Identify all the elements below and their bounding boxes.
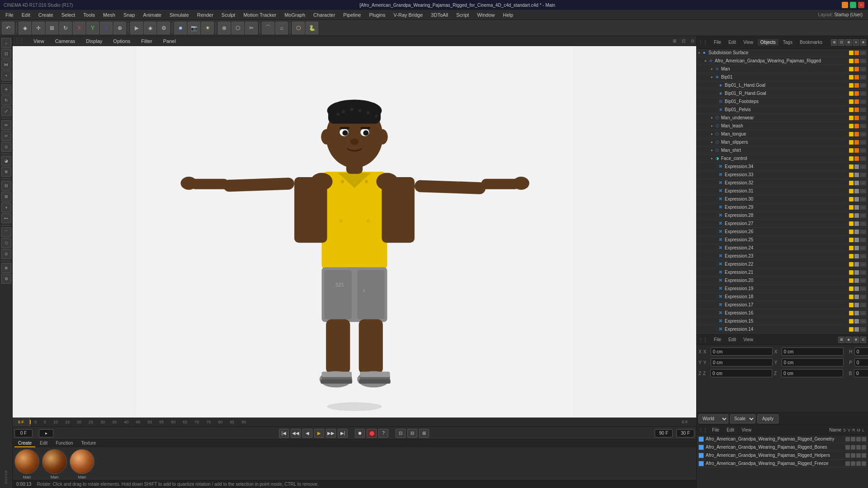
menu-render[interactable]: Render [193,11,217,19]
tree-dot-tag-30[interactable]: ⋯ [860,295,866,299]
tree-dot-vis-15[interactable] [849,173,854,177]
tree-item-27[interactable]: ⌘Expression.21⋯ [697,268,868,277]
tree-dot-lock-2[interactable] [854,67,859,71]
tree-item-4[interactable]: ◈Bip01_L_Hand.Goal⋯ [697,81,868,89]
tree-dot-lock-26[interactable] [854,262,859,267]
tree-dot-lock-24[interactable] [854,246,859,250]
tree-item-23[interactable]: ⌘Expression.25⋯ [697,236,868,244]
tree-expand-3[interactable]: ▸ [711,75,713,79]
spline-button[interactable]: ⌒ [262,22,274,34]
tree-dot-tag-26[interactable]: ⋯ [860,262,866,267]
light-button[interactable]: ☀ [201,22,214,34]
viewport-menu-filter[interactable]: Filter [137,38,156,45]
scale-button[interactable]: ⊞ [46,22,58,34]
tree-dot-lock-8[interactable] [854,116,859,120]
tree-dot-vis-19[interactable] [849,205,854,210]
om-tab-bookmarks[interactable]: Bookmarks [797,39,825,46]
tree-dot-lock-17[interactable] [854,189,859,193]
tree-item-24[interactable]: ⌘Expression.24⋯ [697,244,868,252]
tree-dot-tag-17[interactable]: ⋯ [860,189,866,193]
move-button[interactable]: ✛ [32,22,45,34]
rotate-button[interactable]: ↻ [59,22,72,34]
render-settings-button[interactable]: ⚙ [157,22,170,34]
tree-item-25[interactable]: ⌘Expression.23⋯ [697,252,868,260]
tree-expand-13[interactable]: ▸ [711,156,713,160]
scale-select[interactable]: Scale Size [730,414,755,423]
scale-tool[interactable]: ⤢ [1,106,11,116]
tree-dot-vis-8[interactable] [849,116,854,120]
tree-item-11[interactable]: ▸⬡Man_slippers⋯ [697,138,868,146]
deformer-button[interactable]: ⌂ [275,22,288,34]
tree-dot-vis-23[interactable] [849,238,854,242]
tree-dot-tag-27[interactable]: ⋯ [860,270,866,275]
attr-tab-view[interactable]: View [741,336,756,343]
tree-item-14[interactable]: ⌘Expression.34⋯ [697,163,868,171]
tree-dot-lock-29[interactable] [854,286,859,291]
material-swatch-0[interactable] [14,449,39,474]
tree-item-20[interactable]: ⌘Expression.28⋯ [697,211,868,220]
tree-dot-vis-5[interactable] [849,91,854,96]
tree-dot-vis-1[interactable] [849,59,854,63]
tree-dot-vis-16[interactable] [849,181,854,185]
magnet-tool[interactable]: ⊙ [1,142,11,152]
tree-dot-tag-10[interactable]: ⋯ [860,132,866,136]
tree-dot-vis-25[interactable] [849,254,854,258]
attr-icon-1[interactable]: ⊞ [838,337,844,343]
tree-dot-lock-7[interactable] [854,108,859,112]
tree-item-19[interactable]: ⌘Expression.29⋯ [697,203,868,211]
tree-item-33[interactable]: ⌘Expression.15⋯ [697,317,868,325]
attr-icon-2[interactable]: ◈ [845,337,852,343]
tree-dot-vis-2[interactable] [849,67,854,71]
world-select[interactable]: World Object Camera [698,414,728,423]
om-icon-4[interactable]: ⋄ [853,39,859,46]
tree-dot-tag-11[interactable]: ⋯ [860,140,866,145]
om-icon-1[interactable]: ⊞ [831,39,837,46]
tree-item-31[interactable]: ⌘Expression.17⋯ [697,301,868,309]
viewport-menu-cameras[interactable]: Cameras [52,38,79,45]
python-button[interactable]: 🐍 [306,22,318,34]
menu-tools[interactable]: Tools [80,11,99,19]
tree-dot-lock-1[interactable] [854,59,859,63]
tree-dot-lock-9[interactable] [854,124,859,128]
tree-dot-tag-25[interactable]: ⋯ [860,254,866,258]
tree-dot-tag-24[interactable]: ⋯ [860,246,866,250]
tree-dot-lock-20[interactable] [854,213,859,218]
viewport-menu-display[interactable]: Display [82,38,106,45]
menu-help[interactable]: Help [500,11,517,19]
minimize-button[interactable]: _ [842,2,848,8]
tree-dot-vis-7[interactable] [849,108,854,112]
end-frame-field[interactable]: 90 F [655,429,673,437]
camera-button[interactable]: 📷 [188,22,200,34]
tree-dot-tag-19[interactable]: ⋯ [860,205,866,210]
om-icon-5[interactable]: ⊕ [860,39,866,46]
menu-mesh[interactable]: Mesh [99,11,119,19]
tree-dot-tag-16[interactable]: ⋯ [860,181,866,185]
tree-dot-lock-16[interactable] [854,181,859,185]
tree-dot-tag-28[interactable]: ⋯ [860,278,866,283]
tree-dot-tag-32[interactable]: ⋯ [860,311,866,315]
tree-item-13[interactable]: ▸◑Face_control⋯ [697,155,868,163]
tree-dot-vis-13[interactable] [849,156,854,161]
attr-tab-file[interactable]: File [711,336,724,343]
tree-dot-tag-23[interactable]: ⋯ [860,238,866,242]
tree-dot-lock-0[interactable] [854,51,859,55]
tree-dot-vis-14[interactable] [849,164,854,169]
tree-dot-lock-27[interactable] [854,270,859,275]
apply-button[interactable]: Apply [757,414,778,423]
menu-create[interactable]: Create [35,11,57,19]
tree-expand-11[interactable]: ▸ [711,140,713,144]
menu-3dtoall[interactable]: 3DToAll [427,11,452,19]
maximize-button[interactable]: □ [850,2,856,8]
step-back-button[interactable]: ◀◀ [291,429,301,438]
tree-dot-vis-4[interactable] [849,83,854,88]
tree-dot-vis-0[interactable] [849,51,854,55]
tree-item-22[interactable]: ⌘Expression.26⋯ [697,228,868,236]
world-axis-button[interactable]: ⊕ [113,22,126,34]
tree-dot-lock-33[interactable] [854,319,859,324]
material-item-2[interactable]: Man [70,449,94,479]
tree-dot-lock-21[interactable] [854,221,859,226]
material-swatch-2[interactable] [70,449,94,474]
tree-dot-vis-12[interactable] [849,148,854,153]
z-axis-button[interactable]: Z [100,22,113,34]
tree-dot-vis-28[interactable] [849,278,854,283]
